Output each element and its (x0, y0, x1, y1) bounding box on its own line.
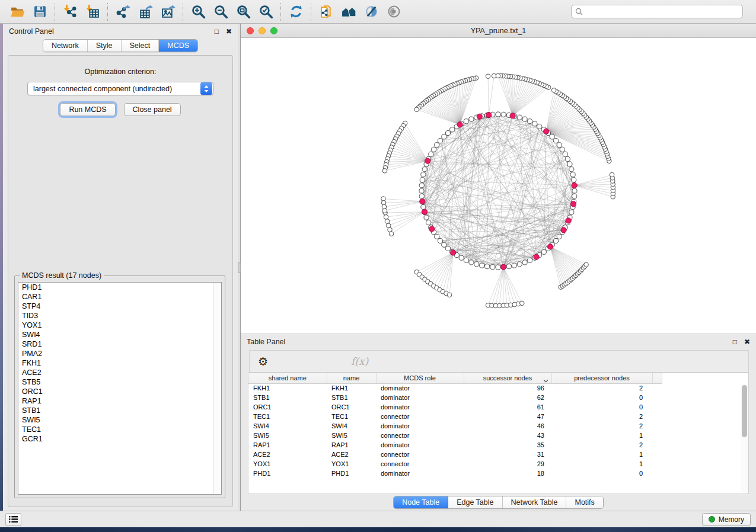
column-header-successor-nodes[interactable]: successor nodes (464, 373, 551, 383)
cell-shared-name[interactable]: SWI5 (248, 431, 327, 440)
close-panel-icon[interactable]: ✖ (226, 28, 232, 35)
tab-edge-table[interactable]: Edge Table (448, 496, 502, 508)
cell-predecessor-nodes[interactable]: 0 (551, 393, 652, 402)
cell-mcds-role[interactable]: dominator (376, 469, 464, 478)
cell-predecessor-nodes[interactable]: 0 (551, 469, 652, 478)
memory-button[interactable]: Memory (702, 513, 751, 526)
table-row[interactable]: YOX1YOX1connector291 (248, 459, 662, 469)
tab-style[interactable]: Style (88, 40, 122, 52)
export-network-button[interactable] (111, 2, 134, 22)
tab-network[interactable]: Network (43, 40, 88, 52)
search-box[interactable] (571, 5, 743, 18)
cell-name[interactable]: SWI4 (327, 421, 376, 431)
mcds-result-list[interactable]: PHD1CAR1STP4TID3YOX1SWI4SRD1PMA2FKH1ACE2… (18, 282, 222, 495)
zoom-out-button[interactable] (209, 2, 232, 22)
cell-mcds-role[interactable]: connector (376, 450, 464, 459)
cell-successor-nodes[interactable]: 47 (464, 412, 551, 421)
mcds-result-node[interactable]: SWI5 (18, 415, 221, 425)
cell-predecessor-nodes[interactable]: 2 (551, 383, 652, 393)
sort-menu-icon[interactable] (543, 377, 548, 384)
mcds-result-node[interactable]: ORC1 (18, 387, 221, 396)
mcds-result-node[interactable]: STB5 (18, 377, 221, 387)
cell-predecessor-nodes[interactable]: 1 (551, 459, 652, 469)
cell-predecessor-nodes[interactable]: 0 (551, 402, 652, 412)
import-table-button[interactable] (81, 2, 104, 22)
mcds-result-node[interactable]: RAP1 (18, 396, 221, 406)
cell-mcds-role[interactable]: dominator (376, 440, 464, 450)
table-row[interactable]: ORC1ORC1dominator610 (248, 402, 662, 412)
mcds-result-node[interactable]: STB1 (18, 406, 221, 415)
cell-predecessor-nodes[interactable]: 2 (551, 421, 652, 431)
export-image-button[interactable] (157, 2, 179, 22)
cell-mcds-role[interactable]: dominator (376, 383, 464, 393)
mcds-result-node[interactable]: YOX1 (18, 321, 221, 330)
cell-name[interactable]: ORC1 (327, 402, 376, 412)
mcds-result-node[interactable]: FKH1 (18, 358, 221, 368)
zoom-fit-button[interactable] (232, 2, 254, 22)
table-row[interactable]: ACE2ACE2connector311 (248, 450, 662, 459)
home-button[interactable] (337, 2, 360, 22)
column-header-shared-name[interactable]: shared name (248, 373, 327, 383)
table-row[interactable]: PHD1PHD1dominator180 (248, 469, 662, 478)
cell-name[interactable]: TEC1 (327, 412, 376, 421)
cell-name[interactable]: STB1 (327, 393, 376, 402)
cell-mcds-role[interactable]: connector (376, 431, 464, 440)
cell-shared-name[interactable]: ACE2 (248, 450, 327, 459)
cell-mcds-role[interactable]: dominator (376, 421, 464, 431)
cell-shared-name[interactable]: STB1 (248, 393, 327, 402)
cell-successor-nodes[interactable]: 61 (464, 402, 551, 412)
cell-shared-name[interactable]: PHD1 (248, 469, 327, 478)
table-row[interactable]: SWI5SWI5connector431 (248, 431, 662, 440)
cell-shared-name[interactable]: FKH1 (248, 383, 327, 393)
mcds-result-node[interactable]: ACE2 (18, 368, 221, 377)
import-network-button[interactable] (59, 2, 81, 22)
cell-mcds-role[interactable]: connector (376, 459, 464, 469)
table-row[interactable]: RAP1RAP1dominator352 (248, 440, 662, 450)
cell-successor-nodes[interactable]: 43 (464, 431, 551, 440)
tab-node-table[interactable]: Node Table (394, 496, 448, 508)
tab-motifs[interactable]: Motifs (566, 496, 602, 508)
mcds-result-node[interactable]: SWI4 (18, 330, 221, 339)
tab-select[interactable]: Select (122, 40, 160, 52)
table-scrollbar[interactable] (741, 384, 748, 492)
float-panel-icon[interactable]: □ (215, 28, 219, 35)
criterion-dropdown[interactable]: largest connected component (undirected) (27, 82, 213, 95)
table-row[interactable]: SWI4SWI4dominator462 (248, 421, 662, 431)
cell-shared-name[interactable]: ORC1 (248, 402, 327, 412)
mcds-result-node[interactable]: STP4 (18, 302, 221, 311)
mcds-result-node[interactable]: GCR1 (18, 434, 221, 444)
cell-shared-name[interactable]: YOX1 (248, 459, 327, 469)
panel-list-button[interactable] (5, 513, 21, 526)
mcds-result-node[interactable]: SRD1 (18, 339, 221, 349)
cell-successor-nodes[interactable]: 18 (464, 469, 551, 478)
search-input[interactable] (586, 8, 739, 16)
cell-name[interactable]: PHD1 (327, 469, 376, 478)
cell-name[interactable]: RAP1 (327, 440, 376, 450)
mcds-result-node[interactable]: CAR1 (18, 292, 221, 302)
zoom-selected-button[interactable] (254, 2, 277, 22)
tab-network-table[interactable]: Network Table (503, 496, 567, 508)
network-from-document-button[interactable] (315, 2, 337, 22)
save-button[interactable] (28, 2, 51, 22)
cell-mcds-role[interactable]: dominator (376, 402, 464, 412)
network-graph[interactable] (241, 38, 756, 334)
table-row[interactable]: STB1STB1dominator620 (248, 393, 662, 402)
show-graphics-details-button[interactable] (382, 2, 405, 22)
refresh-button[interactable] (285, 2, 307, 22)
cell-shared-name[interactable]: RAP1 (248, 440, 327, 450)
table-row[interactable]: TEC1TEC1connector472 (248, 412, 662, 421)
cell-predecessor-nodes[interactable]: 2 (551, 412, 652, 421)
cell-successor-nodes[interactable]: 35 (464, 440, 551, 450)
table-row[interactable]: FKH1FKH1dominator962 (248, 383, 662, 393)
cell-successor-nodes[interactable]: 46 (464, 421, 551, 431)
cell-shared-name[interactable]: SWI4 (248, 421, 327, 431)
cell-successor-nodes[interactable]: 62 (464, 393, 551, 402)
column-header-predecessor-nodes[interactable]: predecessor nodes (551, 373, 652, 383)
cell-shared-name[interactable]: TEC1 (248, 412, 327, 421)
hide-graphics-details-button[interactable] (360, 2, 382, 22)
close-panel-button[interactable]: Close panel (124, 103, 181, 116)
zoom-in-button[interactable] (187, 2, 209, 22)
cell-name[interactable]: FKH1 (327, 383, 376, 393)
gear-button[interactable]: ⚙ (258, 356, 268, 367)
cell-mcds-role[interactable]: dominator (376, 393, 464, 402)
